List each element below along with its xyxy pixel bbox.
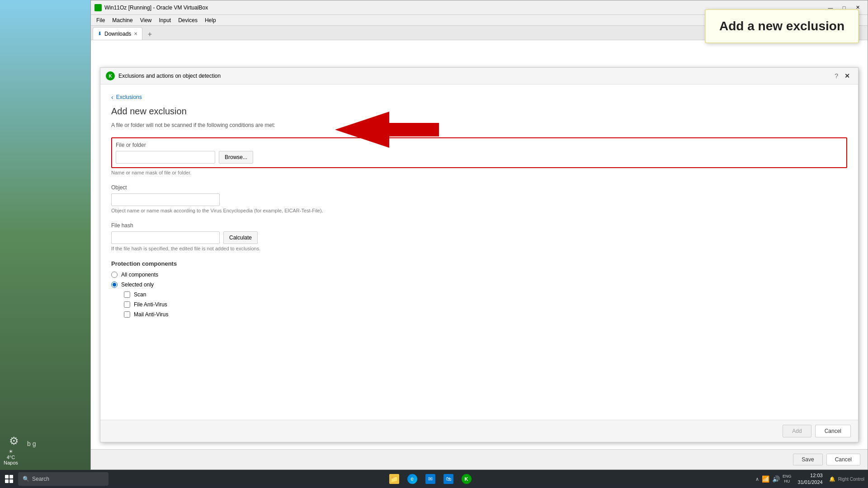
scan-checkbox[interactable] <box>124 291 130 298</box>
clock-time: 12:03 <box>798 472 823 479</box>
file-folder-label: File or folder <box>116 142 843 148</box>
clock-date: 31/01/2024 <box>798 479 823 486</box>
protection-section-label: Protection components <box>111 260 847 267</box>
dialog-footer: Add Cancel <box>100 420 858 442</box>
calculate-button[interactable]: Calculate <box>223 231 258 244</box>
all-components-label: All components <box>121 272 158 278</box>
radio-group: All components Selected only <box>111 272 847 288</box>
component-checkboxes: Scan File Anti-Virus Mail Anti-Virus <box>124 291 847 318</box>
add-button[interactable]: Add <box>783 425 811 437</box>
start-button[interactable] <box>0 470 18 488</box>
tooltip-callout: Add a new exclusion <box>705 9 859 43</box>
object-label: Object <box>111 184 847 191</box>
menu-machine[interactable]: Machine <box>108 16 136 24</box>
kaspersky-taskbar-icon: K <box>462 474 472 484</box>
mail-icon: ✉ <box>425 474 435 484</box>
system-tray: ∧ 📶 🔊 ENG HU 12:03 31/01/2024 🔔 Right Co… <box>752 472 868 486</box>
browse-button[interactable]: Browse... <box>219 151 253 164</box>
bottom-action-bar: Save Cancel <box>91 449 868 469</box>
object-hint: Object name or name mask according to th… <box>111 208 847 213</box>
footer-cancel-button[interactable]: Cancel <box>815 425 851 437</box>
tray-volume-icon[interactable]: 🔊 <box>772 475 780 483</box>
keyboard-region-text: HU <box>784 479 790 484</box>
weather-location: Napos <box>4 460 18 465</box>
store-icon: 🛍 <box>443 474 453 484</box>
system-clock[interactable]: 12:03 31/01/2024 <box>794 472 826 486</box>
file-or-folder-section: File or folder Browse... Name or name ma… <box>111 137 847 175</box>
kaspersky-icon: K <box>106 71 115 80</box>
menu-devices[interactable]: Devices <box>175 16 201 24</box>
selected-only-label: Selected only <box>121 282 154 288</box>
file-hash-label: File hash <box>111 222 847 229</box>
tray-keyboard-lang[interactable]: ENG HU <box>783 474 792 484</box>
save-button[interactable]: Save <box>793 454 822 465</box>
weather-icon: ☀ <box>9 449 13 455</box>
mail-antivirus-checkbox-label[interactable]: Mail Anti-Virus <box>124 311 847 318</box>
menu-view[interactable]: View <box>137 16 156 24</box>
menu-help[interactable]: Help <box>201 16 220 24</box>
file-hash-section: File hash Calculate If the file hash is … <box>111 222 847 251</box>
dialog-body: ‹ Exclusions Add new exclusion A file or… <box>100 84 858 420</box>
new-tab-button[interactable]: + <box>144 29 155 40</box>
taskbar-app-kaspersky[interactable]: K <box>458 471 475 487</box>
files-icon: 📁 <box>389 474 399 484</box>
dialog-subtitle: A file or folder will not be scanned if … <box>111 122 847 128</box>
sidebar-letters: b g <box>27 440 36 447</box>
tray-right-control-text: Right Control <box>838 477 864 482</box>
breadcrumb[interactable]: ‹ Exclusions <box>111 94 847 101</box>
file-hash-input[interactable] <box>111 231 220 244</box>
all-components-radio-label[interactable]: All components <box>111 272 847 278</box>
all-components-radio[interactable] <box>111 272 118 278</box>
tab-close-button[interactable]: ✕ <box>134 31 137 36</box>
scan-label: Scan <box>134 291 146 298</box>
weather-temp: 4°C <box>7 455 15 460</box>
mail-antivirus-label: Mail Anti-Virus <box>134 311 168 318</box>
tab-download-icon: ⬇ <box>98 31 102 37</box>
taskbar-app-mail[interactable]: ✉ <box>422 471 439 487</box>
tray-show-hidden[interactable]: ∧ <box>755 476 759 482</box>
tray-notification-icon[interactable]: 🔔 <box>829 476 835 482</box>
selected-only-radio[interactable] <box>111 282 118 288</box>
vbox-icon <box>94 4 102 11</box>
protection-components-section: Protection components All components Sel… <box>111 260 847 318</box>
menu-input[interactable]: Input <box>156 16 175 24</box>
edge-icon: e <box>407 474 417 484</box>
taskbar-app-files[interactable]: 📁 <box>386 471 402 487</box>
object-input[interactable] <box>111 193 220 206</box>
tab-downloads[interactable]: ⬇ Downloads ✕ <box>93 27 142 40</box>
tray-wifi-icon[interactable]: 📶 <box>762 475 769 483</box>
file-folder-hint: Name or name mask of file or folder. <box>111 170 847 175</box>
taskbar-search-icon: 🔍 <box>23 476 29 482</box>
dialog-title: Add new exclusion <box>111 106 847 117</box>
vm-display-area: ⚙ b g <box>0 0 90 470</box>
taskbar-app-edge[interactable]: e <box>404 471 420 487</box>
taskbar-apps: ☀ 4°C Napos 📁 e ✉ 🛍 K <box>108 471 752 487</box>
mail-antivirus-checkbox[interactable] <box>124 311 130 318</box>
gear-icon[interactable]: ⚙ <box>9 435 19 447</box>
exclusion-dialog: K Exclusions and actions on object detec… <box>100 67 859 442</box>
dialog-close-button[interactable]: ✕ <box>842 71 853 80</box>
virtualbox-window: Win11Oz [Running] - Oracle VM VirtualBox… <box>90 0 868 470</box>
windows-logo-icon <box>5 474 14 483</box>
dialog-header: K Exclusions and actions on object detec… <box>100 68 858 84</box>
help-button[interactable]: ? <box>835 72 838 80</box>
keyboard-lang-text: ENG <box>783 474 792 479</box>
svg-rect-1 <box>5 475 9 479</box>
scan-checkbox-label[interactable]: Scan <box>124 291 847 298</box>
file-antivirus-checkbox-label[interactable]: File Anti-Virus <box>124 301 847 308</box>
svg-rect-4 <box>9 479 13 483</box>
menu-file[interactable]: File <box>93 16 108 24</box>
file-hash-hint: If the file hash is specified, the edite… <box>111 246 847 251</box>
taskbar-search-bar[interactable]: 🔍 Search <box>18 472 108 486</box>
file-folder-input[interactable] <box>116 151 215 164</box>
selected-only-radio-label[interactable]: Selected only <box>111 282 847 288</box>
weather-widget[interactable]: ☀ 4°C Napos <box>4 449 18 465</box>
taskbar-app-store[interactable]: 🛍 <box>440 471 457 487</box>
dialog-header-title: Exclusions and actions on object detecti… <box>118 73 831 79</box>
taskbar-search-text: Search <box>32 476 49 482</box>
tooltip-text: Add a new exclusion <box>719 19 844 33</box>
breadcrumb-label: Exclusions <box>116 94 142 100</box>
file-antivirus-checkbox[interactable] <box>124 301 130 308</box>
cancel-button[interactable]: Cancel <box>826 454 860 465</box>
back-arrow-icon: ‹ <box>111 94 113 101</box>
